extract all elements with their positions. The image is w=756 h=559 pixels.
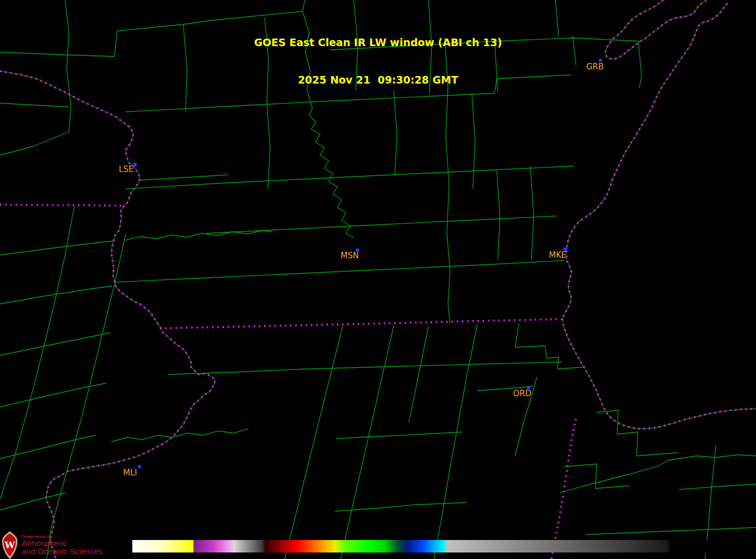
station-label-mli: MLI: [123, 468, 137, 477]
ir-colorbar-gradient: [132, 540, 756, 552]
uw-monogram: W: [4, 539, 15, 550]
station-label-lse: LSE: [119, 165, 133, 174]
satellite-image-viewport: GRB LSE MSN MKE ORD MLI GOES East Clean …: [0, 0, 756, 559]
station-label-mke: MKE: [549, 251, 566, 259]
uw-crest-icon: W: [2, 531, 18, 559]
aos-logo: W Department of Atmospheric and Oceanic …: [2, 531, 186, 559]
logo-line-2: and Oceanic Sciences: [22, 547, 102, 555]
station-label-ord: ORD: [513, 389, 531, 398]
ir-colorbar: [132, 540, 756, 552]
title-line-1: GOES East Clean IR LW window (ABI ch 13): [0, 36, 756, 49]
logo-line-1: Atmospheric: [22, 539, 102, 547]
station-marker-mli: [138, 465, 141, 468]
title-line-2: 2025 Nov 21 09:30:28 GMT: [0, 74, 756, 86]
station-label-msn: MSN: [341, 251, 359, 260]
aos-logo-text: Department of Atmospheric and Oceanic Sc…: [22, 535, 102, 555]
station-marker-lse: [133, 163, 137, 166]
image-title: GOES East Clean IR LW window (ABI ch 13)…: [0, 11, 756, 111]
